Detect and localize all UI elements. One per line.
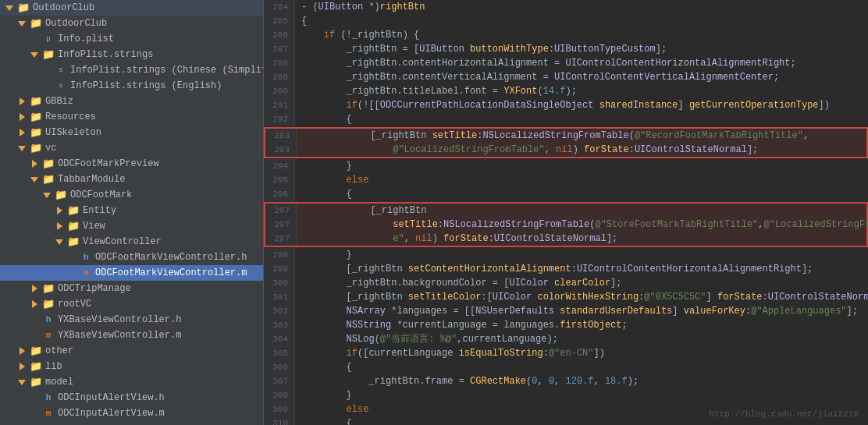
code-line: 297 setTitle:NSLocalizedStringFromTable(… [265, 218, 866, 232]
line-content: [_rightBtn setTitleColor:[UIColor colorW… [295, 290, 868, 304]
sidebar-item-model[interactable]: 📁model [0, 374, 263, 390]
line-number: 302 [264, 304, 295, 318]
folder-icon: 📁 [30, 142, 42, 154]
sidebar-item-tabbarmodule[interactable]: 📁TabbarModule [0, 172, 263, 187]
code-line: 286 if (!_rightBtn) { [264, 28, 868, 42]
tree-item-label: ODCTripManage [58, 283, 131, 294]
line-content: _rightBtn.titleLabel.font = YXFont(14.f)… [295, 84, 868, 98]
sidebar-item-viewcontroller[interactable]: 📁ViewController [0, 234, 263, 250]
sidebar-item-resources[interactable]: 📁Resources [0, 109, 263, 125]
sidebar-item-infopliststrings[interactable]: 📁InfoPlist.strings [0, 47, 263, 62]
file-h-icon: h [42, 313, 55, 326]
folder-icon: 📁 [67, 236, 80, 248]
line-number: 287 [264, 42, 295, 56]
sidebar-item-odcfootmark-h[interactable]: hODCFootMarkViewController.h [0, 250, 263, 265]
sidebar-item-yxbaseviewcontroller-h[interactable]: hYXBaseViewController.h [0, 312, 263, 328]
sidebar-item-outdoorclub[interactable]: 📁OutdoorClub [0, 16, 263, 31]
tree-item-label: ODCFootMark [70, 189, 132, 200]
tree-item-label: ODCInputAlertView.m [58, 408, 165, 419]
sidebar-item-odctripmanage[interactable]: 📁ODCTripManage [0, 281, 263, 296]
chevron-down-icon [53, 236, 66, 248]
line-number: 288 [264, 56, 295, 70]
line-content: _rightBtn.contentVerticalAlignment = UIC… [295, 70, 868, 84]
line-content: _rightBtn = [UIButton buttonWithType:UIB… [295, 42, 868, 56]
chevron-down-icon [41, 189, 53, 201]
code-line: 304 NSLog(@"当前语言: %@",currentLanguage); [264, 332, 868, 346]
line-number: 300 [264, 276, 295, 290]
line-content: NSLog(@"当前语言: %@",currentLanguage); [295, 332, 868, 346]
spacer-icon [66, 267, 78, 279]
sidebar-item-odcfootmark-m[interactable]: mODCFootMarkViewController.m [0, 265, 263, 281]
code-line: 297 [_rightBtn [265, 204, 866, 218]
code-line: 296 { [264, 187, 868, 201]
chevron-right-icon [16, 360, 28, 373]
tree-item-label: InfoPlist.strings [58, 49, 153, 60]
line-number: 297 [265, 218, 297, 232]
sidebar-item-other[interactable]: 📁other [0, 343, 263, 359]
sidebar-item-rootvc[interactable]: 📁rootVC [0, 296, 263, 312]
sidebar-item-lib[interactable]: 📁lib [0, 359, 263, 374]
code-line: 307 _rightBtn.frame = CGRectMake(0, 0, 1… [264, 374, 868, 388]
folder-icon: 📁 [55, 189, 67, 201]
line-number: 299 [264, 262, 295, 276]
sidebar-item-uiskeleton[interactable]: 📁UISkeleton [0, 125, 263, 140]
code-line: 308 } [264, 388, 868, 402]
tree-item-label: ODCFootMarkViewController.m [95, 267, 247, 278]
line-number: 309 [264, 402, 295, 416]
folder-icon: 📁 [42, 173, 55, 186]
sidebar-item-infoplist[interactable]: pInfo.plist [0, 31, 263, 47]
sidebar-item-infoplist-cn[interactable]: sInfoPlist.strings (Chinese (Simplified)… [0, 62, 263, 78]
highlight-block-1: 293 [_rightBtn setTitle:NSLocalizedStrin… [264, 127, 868, 158]
line-number: 308 [264, 388, 295, 402]
folder-icon: 📁 [30, 111, 42, 123]
sidebar-item-infoplist-en[interactable]: sInfoPlist.strings (English) [0, 78, 263, 94]
spacer-icon [28, 329, 41, 342]
file-strings-icon: s [55, 80, 67, 92]
sidebar-item-vc[interactable]: 📁vc [0, 140, 263, 156]
chevron-down-icon [16, 376, 28, 388]
code-line: 306 { [264, 360, 868, 374]
line-number: 301 [264, 290, 295, 304]
line-content: e", nil) forState:UIControlStateNormal]; [297, 232, 866, 246]
line-content: @"LocalizedStringFromTable", nil) forSta… [297, 143, 866, 157]
sidebar-item-view[interactable]: 📁View [0, 218, 263, 234]
line-content: else [295, 173, 868, 187]
line-number: 294 [264, 159, 295, 173]
chevron-right-icon [16, 126, 28, 139]
code-line: 291 if(![[ODCCurrentPathLocationDataSing… [264, 98, 868, 112]
line-content: else [295, 402, 868, 416]
line-number: 293 [265, 129, 297, 143]
line-content: [_rightBtn [297, 204, 866, 218]
sidebar-item-odcfootmark[interactable]: 📁ODCFootMark [0, 187, 263, 203]
sidebar-item-entity[interactable]: 📁Entity [0, 203, 263, 218]
tree-item-label: vc [45, 143, 56, 154]
line-content: setTitle:NSLocalizedStringFromTable(@"St… [297, 218, 868, 232]
file-plist-icon: p [42, 33, 55, 45]
folder-icon: 📁 [42, 298, 55, 310]
tree-item-label: ODCFootMarkPreview [58, 158, 159, 169]
sidebar-item-yxbaseviewcontroller-m[interactable]: mYXBaseViewController.m [0, 328, 263, 343]
line-content: if (!_rightBtn) { [295, 28, 868, 42]
sidebar-item-odcfootmarkpreview[interactable]: 📁ODCFootMarkPreview [0, 156, 263, 172]
tree-item-label: rootVC [58, 299, 91, 310]
code-line: 284 - (UIButton *)rightBtn [264, 0, 868, 14]
folder-icon: 📁 [67, 204, 80, 217]
file-tree[interactable]: 📁OutdoorClub📁OutdoorClub pInfo.plist📁Inf… [0, 0, 264, 425]
chevron-down-icon [16, 142, 28, 154]
tree-item-label: Entity [83, 205, 116, 216]
line-content: [_rightBtn setContentHorizontalAlignment… [295, 262, 868, 276]
line-number: 295 [264, 173, 295, 187]
sidebar-item-gbbiz[interactable]: 📁GBBiz [0, 94, 263, 109]
sidebar-item-root[interactable]: 📁OutdoorClub [0, 0, 263, 16]
spacer-icon [66, 251, 78, 264]
line-number: 293 [265, 143, 297, 157]
line-content: { [295, 416, 868, 425]
code-line: 287 _rightBtn = [UIButton buttonWithType… [264, 42, 868, 56]
line-number: 286 [264, 28, 295, 42]
chevron-right-icon [53, 220, 66, 232]
chevron-down-icon [28, 48, 41, 61]
sidebar-item-odcinputalertview-h[interactable]: hODCInputAlertView.h [0, 390, 263, 406]
code-line: 285 { [264, 14, 868, 28]
chevron-right-icon [16, 95, 28, 108]
sidebar-item-odcinputalertview-m[interactable]: mODCInputAlertView.m [0, 406, 263, 421]
